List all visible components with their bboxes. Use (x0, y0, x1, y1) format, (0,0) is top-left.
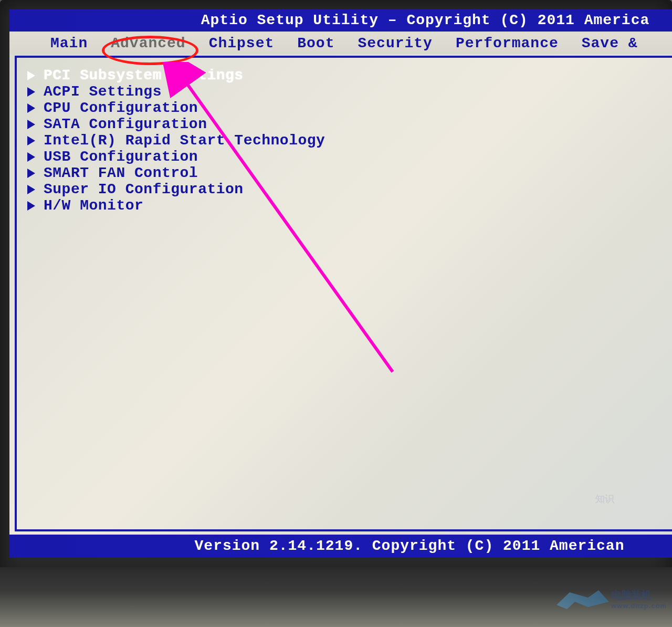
menu-label: SMART FAN Control (44, 165, 198, 181)
tab-boot[interactable]: Boot (297, 35, 334, 51)
menu-label: PCI Subsystem Settings (44, 67, 244, 83)
menu-label: Intel(R) Rapid Start Technology (44, 132, 325, 149)
triangle-icon (27, 71, 35, 80)
bios-title-text: Aptio Setup Utility – Copyright (C) 2011… (201, 12, 650, 28)
monitor-bezel-bottom (0, 567, 672, 627)
menu-intel-rapid-start[interactable]: Intel(R) Rapid Start Technology (27, 132, 325, 149)
triangle-icon (27, 201, 35, 211)
menu-label: CPU Configuration (44, 100, 198, 116)
menu-cpu-configuration[interactable]: CPU Configuration (27, 100, 325, 116)
menu-sata-configuration[interactable]: SATA Configuration (27, 116, 325, 132)
triangle-icon (27, 152, 35, 162)
monitor-bezel: Aptio Setup Utility – Copyright (C) 2011… (0, 0, 672, 578)
bios-title-bar: Aptio Setup Utility – Copyright (C) 2011… (9, 9, 672, 32)
footer-text: Version 2.14.1219. Copyright (C) 2011 Am… (195, 538, 625, 554)
menu-list: PCI Subsystem Settings ACPI Settings CPU… (27, 67, 325, 214)
menu-acpi-settings[interactable]: ACPI Settings (27, 83, 325, 100)
menu-label: Super IO Configuration (44, 181, 244, 197)
menu-pci-subsystem[interactable]: PCI Subsystem Settings (27, 67, 325, 83)
menu-usb-configuration[interactable]: USB Configuration (27, 149, 325, 165)
bios-footer-bar: Version 2.14.1219. Copyright (C) 2011 Am… (9, 535, 672, 558)
menu-hw-monitor[interactable]: H/W Monitor (27, 197, 325, 214)
triangle-icon (27, 87, 35, 97)
triangle-icon (27, 185, 35, 194)
triangle-icon (27, 136, 35, 145)
tab-advanced[interactable]: Advanced (111, 35, 185, 51)
menu-smart-fan[interactable]: SMART FAN Control (27, 165, 325, 181)
triangle-icon (27, 120, 35, 129)
tab-performance[interactable]: Performance (456, 35, 559, 51)
tab-main[interactable]: Main (50, 35, 88, 51)
triangle-icon (27, 103, 35, 113)
menu-label: H/W Monitor (44, 197, 143, 214)
menu-super-io[interactable]: Super IO Configuration (27, 181, 325, 197)
menu-label: ACPI Settings (44, 83, 162, 100)
tab-security[interactable]: Security (358, 35, 432, 51)
tab-save[interactable]: Save & (582, 35, 638, 51)
triangle-icon (27, 169, 35, 178)
bios-screen: Aptio Setup Utility – Copyright (C) 2011… (9, 9, 672, 558)
menu-label: SATA Configuration (44, 116, 207, 132)
bios-tab-bar: Main Advanced Chipset Boot Security Perf… (9, 32, 672, 55)
menu-label: USB Configuration (44, 149, 198, 165)
tab-chipset[interactable]: Chipset (209, 35, 275, 51)
